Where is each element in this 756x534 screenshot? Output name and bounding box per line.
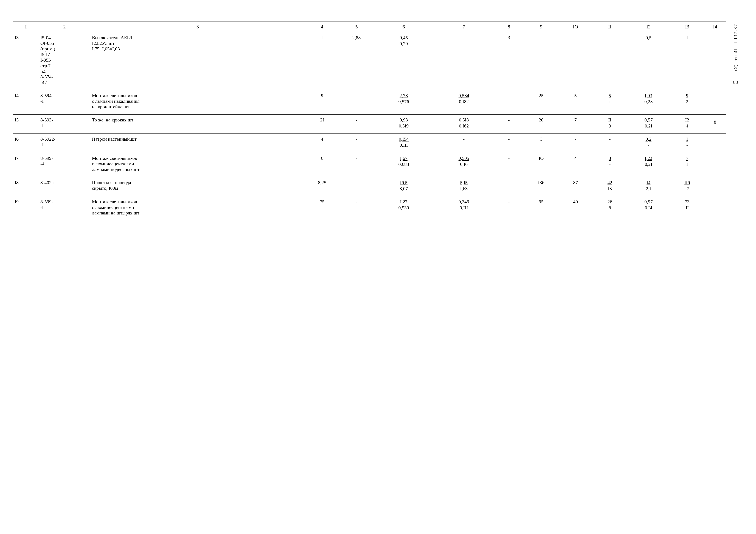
row-i3-col7: = (434, 32, 494, 86)
row-i3-col13: I (670, 32, 704, 86)
row-i8-col9: I36 (524, 177, 558, 192)
row-i3-col8: 3 (494, 32, 524, 86)
right-margin: тп 4II-I-I37.87 (У) 88 (728, 21, 743, 513)
row-i9-col1: I9 (13, 196, 39, 217)
row-i5-col10: 7 (558, 114, 593, 130)
row-i9-col11: 26 8 (593, 196, 627, 217)
row-i6-col4: 4 (305, 134, 339, 149)
table-row-i8: I8 8-402-I Прокладка проводаскрыто, I00м… (13, 177, 726, 192)
row-i7-col9: IO (524, 153, 558, 173)
row-i5-col8: - (494, 114, 524, 130)
row-i8-col2: 8-402-I (39, 177, 90, 192)
col-header-11: II (593, 22, 627, 32)
row-i8-col7: 5,I5 I,63 (434, 177, 494, 192)
row-i3-col11: - (593, 32, 627, 86)
row-i6-col12: 0,2 - (627, 134, 670, 149)
row-i4-col13: 9 2 (670, 90, 704, 111)
row-i4-col2: 8-594--I (39, 90, 90, 111)
table-row-i4: I4 8-594--I Монтаж светильниковс лампами… (13, 90, 726, 111)
col-header-8: 8 (494, 22, 524, 32)
table-wrapper: I 2 3 4 5 6 7 8 9 IO II I2 I3 I4 (13, 21, 726, 217)
row-i6-col5: - (339, 134, 373, 149)
row-i3-col5: 2,88 (339, 32, 373, 86)
row-i6-col8: - (494, 134, 524, 149)
row-i9-col3: Монтаж светильниковс люминесцентнымиламп… (90, 196, 305, 217)
col-header-14: I4 (704, 22, 726, 32)
row-i4-col14 (704, 90, 726, 111)
main-container: I 2 3 4 5 6 7 8 9 IO II I2 I3 I4 (13, 21, 743, 513)
row-i9-col12: 0,97 0,I4 (627, 196, 670, 217)
row-i6-col14 (704, 134, 726, 149)
row-i8-col3: Прокладка проводаскрыто, I00м (90, 177, 305, 192)
row-i8-col8: - (494, 177, 524, 192)
row-i5-col11: II 3 (593, 114, 627, 130)
row-i8-col12: I4 2,I (627, 177, 670, 192)
row-i4-col5: - (339, 90, 373, 111)
col-header-3: 3 (90, 22, 305, 32)
row-i9-col8: - (494, 196, 524, 217)
row-i3-col10: - (558, 32, 593, 86)
table-row-i7: I7 8-599--4 Монтаж светильниковс люминес… (13, 153, 726, 173)
row-i9-col10: 40 (558, 196, 593, 217)
row-i6-col2: 8-5922--I (39, 134, 90, 149)
row-i3-col9: - (524, 32, 558, 86)
row-i8-col1: I8 (13, 177, 39, 192)
row-i3-col3: Выключатель AEI2I.I22.2У3,штI,75+I,05×I,… (90, 32, 305, 86)
row-i9-col14 (704, 196, 726, 217)
row-i3-col14 (704, 32, 726, 86)
spacer-row-3 (13, 130, 726, 134)
vertical-label-main: тп 4II-I-I37.87 (733, 24, 738, 60)
header-row: I 2 3 4 5 6 7 8 9 IO II I2 I3 I4 (13, 22, 726, 32)
row-i6-col7: - (434, 134, 494, 149)
row-i3-col6: 0,45 0,29 (374, 32, 434, 86)
col-header-9: 9 (524, 22, 558, 32)
page: I 2 3 4 5 6 7 8 9 IO II I2 I3 I4 (0, 0, 756, 534)
row-i5-col9: 20 (524, 114, 558, 130)
row-i6-col1: I6 (13, 134, 39, 149)
table-row-i6: I6 8-5922--I Патрон настенный,шт 4 - 0,I… (13, 134, 726, 149)
row-i9-col5: - (339, 196, 373, 217)
row-i3-col12: 0,5 (627, 32, 670, 86)
row-i5-col6: 0,93 0,3I9 (374, 114, 434, 130)
row-i8-col10: 87 (558, 177, 593, 192)
row-i8-col13: II6 I7 (670, 177, 704, 192)
row-i6-col13: I - (670, 134, 704, 149)
row-i7-col2: 8-599--4 (39, 153, 90, 173)
row-i3-col1: I3 (13, 32, 39, 86)
main-table: I 2 3 4 5 6 7 8 9 IO II I2 I3 I4 (13, 21, 726, 217)
row-i9-col13: 73 II (670, 196, 704, 217)
row-i4-col9: 25 (524, 90, 558, 111)
row-i6-col10: - (558, 134, 593, 149)
spacer-row-6 (13, 192, 726, 196)
row-i5-col12: 0,57 0,2I (627, 114, 670, 130)
row-i6-col11: - (593, 134, 627, 149)
row-i5-col2: 8-593--I (39, 114, 90, 130)
row-i5-col3: То же, на крюках,шт (90, 114, 305, 130)
row-i8-col5 (339, 177, 373, 192)
row-i7-col8: - (494, 153, 524, 173)
table-row-i5: I5 8-593--I То же, на крюках,шт 2I - 0,9… (13, 114, 726, 130)
row-i4-col12: I,03 0,23 (627, 90, 670, 111)
col-header-2: 2 (39, 22, 90, 32)
col-header-6: 6 (374, 22, 434, 32)
col-header-5: 5 (339, 22, 373, 32)
row-i9-col4: 75 (305, 196, 339, 217)
spacer-row-5 (13, 173, 726, 177)
row-i3-col2: I5-04OI-055(прим.)I5-I7I-35I-стр.7п.58-5… (39, 32, 90, 86)
spacer-row-4 (13, 149, 726, 153)
col-header-12: I2 (627, 22, 670, 32)
row-i3-codes: I5-04OI-055(прим.)I5-I7I-35I-стр.7п.58-5… (40, 35, 89, 85)
row-i7-col4: 6 (305, 153, 339, 173)
row-i4-col8 (494, 90, 524, 111)
row-i7-col13: 7 I (670, 153, 704, 173)
row-i7-col7: 0,505 0,I6 (434, 153, 494, 173)
col-header-13: I3 (670, 22, 704, 32)
row-i7-col5: - (339, 153, 373, 173)
row-i8-col6: I6,5 8,07 (374, 177, 434, 192)
row-i7-col3: Монтаж светильниковс люминесцентнымиламп… (90, 153, 305, 173)
col-header-4: 4 (305, 22, 339, 32)
row-i5-col4: 2I (305, 114, 339, 130)
row-i8-col4: 8,25 (305, 177, 339, 192)
spacer-row-2 (13, 111, 726, 114)
col-header-1: I (13, 22, 39, 32)
